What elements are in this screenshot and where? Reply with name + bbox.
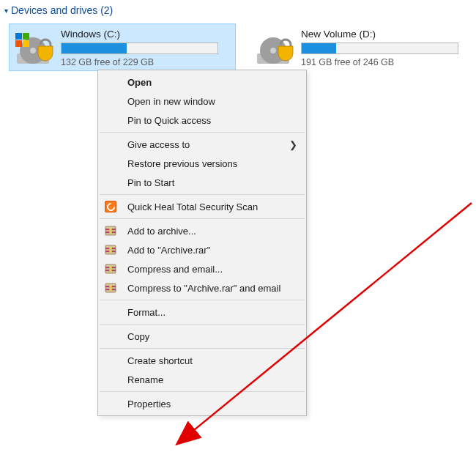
menu-label: Give access to bbox=[127, 139, 190, 150]
svg-rect-24 bbox=[109, 270, 111, 272]
menu-copy[interactable]: Copy bbox=[98, 327, 306, 346]
svg-rect-6 bbox=[23, 40, 29, 47]
menu-open[interactable]: Open bbox=[98, 73, 306, 92]
menu-open-new-window[interactable]: Open in new window bbox=[98, 92, 306, 111]
svg-rect-3 bbox=[15, 33, 22, 40]
svg-point-9 bbox=[270, 48, 276, 53]
svg-point-2 bbox=[30, 48, 36, 53]
menu-separator bbox=[100, 194, 305, 195]
menu-label: Copy bbox=[127, 331, 149, 342]
menu-format[interactable]: Format... bbox=[98, 303, 306, 322]
winrar-icon bbox=[104, 243, 117, 256]
context-menu: Open Open in new window Pin to Quick acc… bbox=[97, 70, 307, 416]
menu-add-to-archive[interactable]: Add to archive... bbox=[98, 221, 306, 240]
svg-rect-20 bbox=[105, 264, 116, 273]
quick-heal-icon bbox=[104, 200, 117, 213]
menu-label: Restore previous versions bbox=[127, 158, 237, 169]
drive-capacity-bar bbox=[61, 42, 218, 54]
drive-free-text: 191 GB free of 246 GB bbox=[301, 57, 469, 67]
menu-label: Pin to Start bbox=[127, 177, 174, 188]
svg-rect-28 bbox=[109, 286, 111, 288]
winrar-icon bbox=[104, 262, 117, 275]
menu-quick-heal-scan[interactable]: Quick Heal Total Security Scan bbox=[98, 197, 306, 216]
menu-label: Format... bbox=[127, 307, 166, 318]
menu-label: Properties bbox=[127, 399, 171, 410]
winrar-icon bbox=[104, 224, 117, 237]
menu-pin-quick-access[interactable]: Pin to Quick access bbox=[98, 111, 306, 130]
menu-create-shortcut[interactable]: Create shortcut bbox=[98, 351, 306, 370]
menu-add-to-archive-rar[interactable]: Add to "Archive.rar" bbox=[98, 240, 306, 259]
menu-separator bbox=[100, 300, 305, 300]
svg-rect-19 bbox=[109, 251, 111, 253]
svg-rect-18 bbox=[109, 248, 111, 250]
section-header[interactable]: ▾ Devices and drives (2) bbox=[4, 4, 113, 16]
menu-properties[interactable]: Properties bbox=[98, 394, 306, 413]
chevron-down-icon: ▾ bbox=[4, 7, 8, 15]
svg-rect-25 bbox=[105, 284, 116, 292]
menu-separator bbox=[100, 348, 305, 349]
drive-tile-c[interactable]: Windows (C:) 132 GB free of 229 GB bbox=[9, 23, 236, 71]
chevron-right-icon: ❯ bbox=[289, 139, 297, 150]
menu-label: Compress and email... bbox=[127, 264, 223, 275]
menu-label: Pin to Quick access bbox=[127, 115, 211, 126]
svg-rect-14 bbox=[109, 232, 111, 234]
drive-tile-d[interactable]: New Volume (D:) 191 GB free of 246 GB bbox=[249, 23, 476, 71]
menu-label: Open in new window bbox=[127, 96, 215, 107]
menu-label: Add to archive... bbox=[127, 226, 196, 237]
svg-rect-13 bbox=[109, 229, 111, 231]
drive-name: New Volume (D:) bbox=[301, 29, 469, 40]
menu-compress-email[interactable]: Compress and email... bbox=[98, 259, 306, 278]
drive-name: Windows (C:) bbox=[61, 29, 229, 40]
svg-rect-5 bbox=[15, 40, 22, 47]
menu-label: Compress to "Archive.rar" and email bbox=[127, 283, 280, 294]
section-title: Devices and drives (2) bbox=[11, 4, 113, 16]
menu-separator bbox=[100, 391, 305, 392]
drive-capacity-bar bbox=[301, 42, 458, 54]
svg-rect-4 bbox=[23, 33, 29, 40]
menu-compress-archive-email[interactable]: Compress to "Archive.rar" and email bbox=[98, 278, 306, 297]
svg-rect-10 bbox=[105, 226, 116, 235]
drive-icon bbox=[256, 29, 294, 67]
menu-pin-to-start[interactable]: Pin to Start bbox=[98, 173, 306, 192]
drive-icon bbox=[15, 29, 53, 67]
menu-restore-previous[interactable]: Restore previous versions bbox=[98, 154, 306, 173]
menu-label: Add to "Archive.rar" bbox=[127, 245, 210, 256]
winrar-icon bbox=[104, 281, 117, 295]
menu-label: Rename bbox=[127, 374, 163, 385]
menu-separator bbox=[100, 324, 305, 325]
svg-rect-29 bbox=[109, 289, 111, 291]
svg-rect-23 bbox=[109, 267, 111, 269]
menu-label: Quick Heal Total Security Scan bbox=[127, 201, 258, 212]
menu-rename[interactable]: Rename bbox=[98, 370, 306, 389]
menu-give-access-to[interactable]: Give access to ❯ bbox=[98, 135, 306, 154]
menu-separator bbox=[100, 132, 305, 133]
menu-label: Open bbox=[127, 77, 152, 88]
menu-label: Create shortcut bbox=[127, 355, 193, 366]
drive-free-text: 132 GB free of 229 GB bbox=[61, 57, 229, 67]
menu-separator bbox=[100, 218, 305, 219]
svg-rect-15 bbox=[105, 245, 116, 254]
